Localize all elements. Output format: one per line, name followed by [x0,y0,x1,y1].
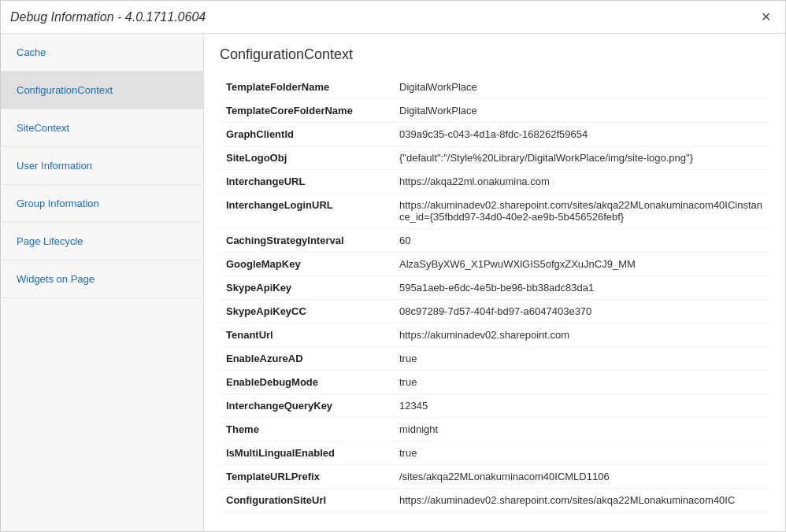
sidebar-item-sitecontext[interactable]: SiteContext [1,109,203,147]
table-row: GraphClientId039a9c35-c043-4d1a-8fdc-168… [220,123,769,146]
property-key: SiteLogoObj [220,146,393,170]
property-value: https://akuminadev02.sharepoint.com/site… [393,194,769,229]
sidebar-item-groupinformation[interactable]: Group Information [1,185,203,223]
property-key: ConfigurationSiteUrl [220,489,393,512]
property-value: DigitalWorkPlace [393,76,769,99]
table-row: SkypeApiKey595a1aeb-e6dc-4e5b-be96-bb38a… [220,276,769,300]
table-row: SkypeApiKeyCC08c97289-7d57-404f-bd97-a60… [220,300,769,323]
property-key: InterchangeURL [220,170,393,194]
sidebar-item-pagelifecycle[interactable]: Page Lifecycle [1,223,203,260]
table-row: EnableAzureADtrue [220,347,769,371]
property-key: TemplateCoreFolderName [220,99,393,123]
property-key: GraphClientId [220,123,393,146]
property-value: /sites/akqa22MLonakuminacom40ICMLD1106 [393,465,769,489]
property-value: 595a1aeb-e6dc-4e5b-be96-bb38adc83da1 [393,276,769,300]
property-key: TemplateFolderName [220,76,393,99]
table-row: EnableDebugModetrue [220,371,769,394]
property-value: https://akuminadev02.sharepoint.com/site… [393,489,769,512]
property-value: 08c97289-7d57-404f-bd97-a6047403e370 [393,300,769,323]
properties-table: TemplateFolderNameDigitalWorkPlaceTempla… [220,76,769,512]
property-key: Theme [220,418,393,441]
property-key: IsMultiLingualEnabled [220,441,393,465]
property-value: true [393,441,769,465]
table-row: InterchangeQueryKey12345 [220,394,769,418]
property-value: 039a9c35-c043-4d1a-8fdc-168262f59654 [393,123,769,146]
property-value: AlzaSyByXW6_X1PwuWXlGIS5ofgxZXuJnCJ9_MM [393,253,769,276]
table-row: TemplateURLPrefix/sites/akqa22MLonakumin… [220,465,769,489]
property-value: https://akuminadev02.sharepoint.com [393,323,769,347]
sidebar: CacheConfigurationContextSiteContextUser… [1,34,204,531]
sidebar-item-configurationcontext[interactable]: ConfigurationContext [1,72,203,109]
close-button[interactable]: ✕ [756,8,776,26]
debug-dialog: Debug Information - 4.0.1711.0604 ✕ Cach… [0,0,786,532]
property-key: TenantUrl [220,323,393,347]
table-row: ConfigurationSiteUrlhttps://akuminadev02… [220,489,769,512]
table-row: TemplateFolderNameDigitalWorkPlace [220,76,769,99]
property-key: SkypeApiKeyCC [220,300,393,323]
property-key: EnableAzureAD [220,347,393,371]
property-value: 60 [393,229,769,253]
table-row: InterchangeURLhttps://akqa22ml.onakumina… [220,170,769,194]
title-bar: Debug Information - 4.0.1711.0604 ✕ [1,1,785,34]
property-key: TemplateURLPrefix [220,465,393,489]
property-key: SkypeApiKey [220,276,393,300]
content-scroll: ConfigurationContext TemplateFolderNameD… [204,34,785,525]
property-value: {"default":"/Style%20Library/DigitalWork… [393,146,769,170]
table-row: TemplateCoreFolderNameDigitalWorkPlace [220,99,769,123]
property-key: CachingStrategyInterval [220,229,393,253]
sidebar-item-userinformation[interactable]: User Information [1,147,203,185]
table-row: Thememidnight [220,418,769,441]
property-key: EnableDebugMode [220,371,393,394]
property-key: InterchangeQueryKey [220,394,393,418]
table-row: IsMultiLingualEnabledtrue [220,441,769,465]
table-row: InterchangeLoginURLhttps://akuminadev02.… [220,194,769,229]
property-value: midnight [393,418,769,441]
property-value: true [393,347,769,371]
table-row: TenantUrlhttps://akuminadev02.sharepoint… [220,323,769,347]
content-area: ConfigurationContext TemplateFolderNameD… [204,34,785,531]
property-value: DigitalWorkPlace [393,99,769,123]
table-row: CachingStrategyInterval60 [220,229,769,253]
table-row: SiteLogoObj{"default":"/Style%20Library/… [220,146,769,170]
sidebar-item-widgetsonpage[interactable]: Widgets on Page [1,260,203,298]
property-value: true [393,371,769,394]
property-value: 12345 [393,394,769,418]
section-title: ConfigurationContext [220,46,769,63]
sidebar-item-cache[interactable]: Cache [1,34,203,72]
property-key: InterchangeLoginURL [220,194,393,229]
dialog-title: Debug Information - 4.0.1711.0604 [10,10,206,24]
dialog-body: CacheConfigurationContextSiteContextUser… [1,34,785,531]
property-key: GoogleMapKey [220,253,393,276]
table-row: GoogleMapKeyAlzaSyByXW6_X1PwuWXlGIS5ofgx… [220,253,769,276]
property-value: https://akqa22ml.onakumina.com [393,170,769,194]
